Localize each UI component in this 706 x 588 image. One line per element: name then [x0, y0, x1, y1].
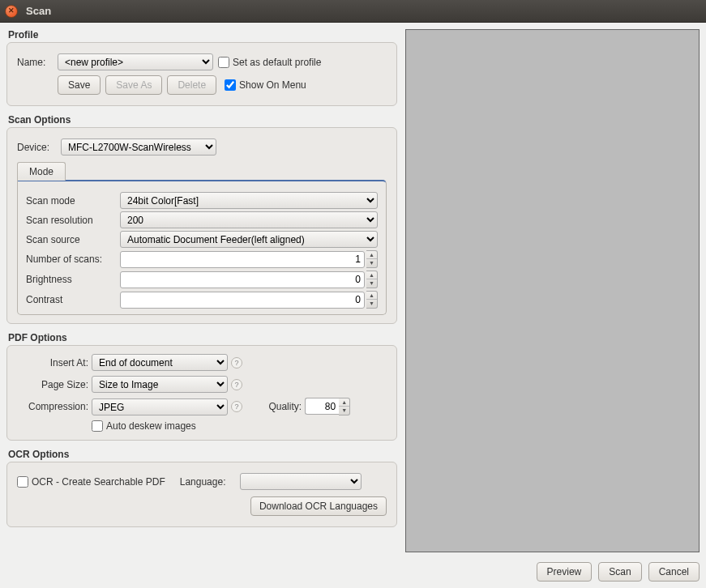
show-on-menu-label: Show On Menu — [239, 79, 306, 91]
download-ocr-button[interactable]: Download OCR Languages — [250, 496, 387, 516]
device-select[interactable]: MFC-L2700W-ScanWireless — [61, 138, 216, 156]
scan-mode-select[interactable]: 24bit Color[Fast] — [120, 192, 378, 209]
scan-button[interactable]: Scan — [598, 562, 641, 582]
language-label: Language: — [180, 476, 226, 488]
number-of-scans-label: Number of scans: — [26, 254, 118, 265]
device-label: Device: — [17, 142, 56, 153]
auto-deskew-label: Auto deskew images — [106, 420, 196, 432]
scan-options-section-label: Scan Options — [8, 114, 397, 126]
scan-options-group: Device: MFC-L2700W-ScanWireless Mode Sca… — [6, 127, 397, 324]
preview-button[interactable]: Preview — [537, 562, 593, 582]
chevron-down-icon[interactable]: ▼ — [366, 259, 377, 267]
number-of-scans-input[interactable] — [120, 251, 365, 268]
profile-group: Name: <new profile> Set as default profi… — [6, 42, 397, 106]
scan-resolution-select[interactable]: 200 — [120, 211, 378, 228]
show-on-menu-checkbox[interactable]: Show On Menu — [225, 79, 306, 91]
ocr-options-section-label: OCR Options — [8, 449, 397, 460]
contrast-label: Contrast — [26, 294, 118, 305]
quality-input[interactable] — [305, 398, 339, 415]
help-icon[interactable]: ? — [231, 357, 242, 369]
language-select[interactable] — [240, 473, 362, 490]
window-title: Scan — [26, 5, 51, 17]
scan-source-select[interactable]: Automatic Document Feeder(left aligned) — [120, 231, 378, 248]
help-icon[interactable]: ? — [231, 379, 242, 390]
scan-resolution-label: Scan resolution — [26, 215, 118, 226]
quality-label: Quality: — [252, 401, 302, 412]
pdf-options-section-label: PDF Options — [8, 332, 397, 343]
titlebar: ✕ Scan — [0, 0, 706, 23]
profile-name-label: Name: — [17, 57, 53, 68]
compression-select[interactable]: JPEG — [92, 398, 228, 415]
chevron-up-icon[interactable]: ▲ — [366, 292, 377, 300]
save-as-button[interactable]: Save As — [105, 75, 162, 95]
ocr-checkbox-label: OCR - Create Searchable PDF — [32, 476, 165, 488]
close-icon[interactable]: ✕ — [5, 5, 18, 18]
pdf-options-group: Insert At: End of document ? Page Size: … — [6, 345, 397, 441]
brightness-spinner[interactable]: ▲ ▼ — [366, 271, 378, 288]
number-of-scans-spinner[interactable]: ▲ ▼ — [366, 250, 378, 268]
preview-area — [405, 29, 700, 552]
insert-at-select[interactable]: End of document — [92, 354, 228, 371]
chevron-up-icon[interactable]: ▲ — [366, 251, 377, 259]
brightness-label: Brightness — [26, 274, 118, 285]
compression-label: Compression: — [17, 401, 88, 412]
insert-at-label: Insert At: — [17, 357, 88, 369]
cancel-button[interactable]: Cancel — [648, 562, 700, 582]
chevron-down-icon[interactable]: ▼ — [366, 279, 377, 288]
set-default-checkbox[interactable]: Set as default profile — [218, 57, 321, 68]
chevron-up-icon[interactable]: ▲ — [366, 271, 377, 279]
scan-source-label: Scan source — [26, 234, 118, 245]
contrast-spinner[interactable]: ▲ ▼ — [366, 291, 378, 309]
page-size-select[interactable]: Size to Image — [92, 376, 228, 393]
page-size-label: Page Size: — [17, 379, 88, 390]
help-icon[interactable]: ? — [231, 401, 242, 412]
profile-name-select[interactable]: <new profile> — [58, 53, 213, 70]
mode-tab-content: Scan mode 24bit Color[Fast] Scan resolut… — [17, 180, 387, 315]
chevron-up-icon[interactable]: ▲ — [339, 398, 349, 407]
chevron-down-icon[interactable]: ▼ — [339, 407, 349, 415]
set-default-label: Set as default profile — [233, 57, 321, 68]
ocr-options-group: OCR - Create Searchable PDF Language: Do… — [6, 462, 397, 527]
ocr-checkbox[interactable]: OCR - Create Searchable PDF — [17, 476, 165, 488]
delete-button[interactable]: Delete — [167, 75, 216, 95]
tab-mode[interactable]: Mode — [17, 162, 66, 181]
scan-mode-label: Scan mode — [26, 195, 118, 207]
auto-deskew-checkbox[interactable]: Auto deskew images — [92, 420, 387, 432]
chevron-down-icon[interactable]: ▼ — [366, 300, 377, 308]
contrast-input[interactable] — [120, 292, 365, 309]
quality-spinner[interactable]: ▲ ▼ — [339, 398, 350, 415]
profile-section-label: Profile — [8, 29, 397, 40]
brightness-input[interactable] — [120, 271, 365, 288]
save-button[interactable]: Save — [58, 75, 101, 95]
